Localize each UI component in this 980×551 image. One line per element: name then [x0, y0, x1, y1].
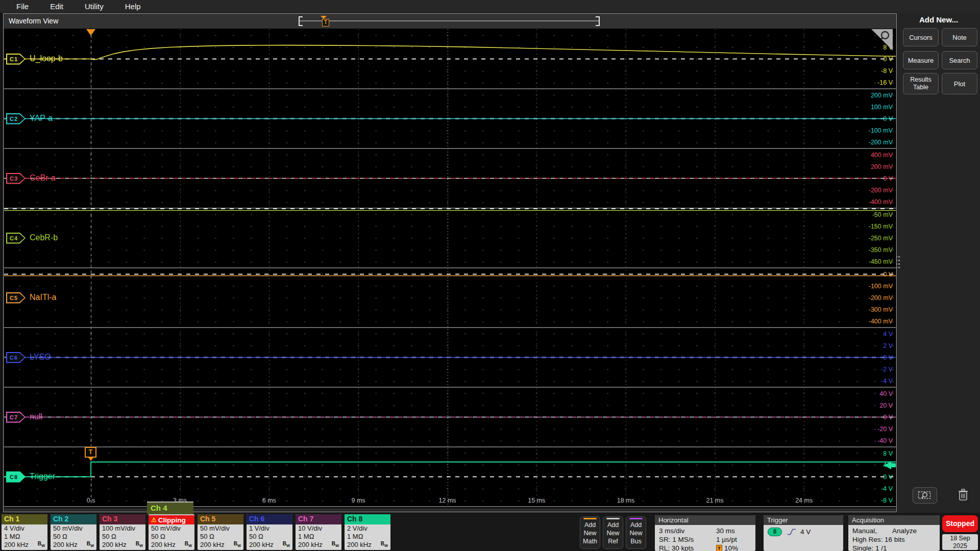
trigger-source-badge: 8	[768, 528, 782, 536]
channel-name-c7[interactable]: null	[30, 412, 42, 421]
horizontal-scale: 3 ms/div	[659, 527, 716, 535]
minimap-track	[300, 20, 599, 21]
zoom-mode-button[interactable]	[913, 487, 937, 504]
bandwidth-row: 200 kHzBW	[247, 541, 292, 549]
trigger-position-icon: T	[716, 545, 722, 551]
channel-badge-c6[interactable]: C6	[6, 352, 26, 363]
bottom-settings-bar: Ch 14 V/div1 MΩ200 kHzBWCh 250 mV/div50 …	[0, 513, 980, 551]
bandwidth-row: 200 kHzBW	[100, 541, 145, 549]
zoom-box-icon	[918, 490, 932, 500]
bandwidth-row: 200 kHzBW	[345, 541, 390, 549]
channel-badge-c4[interactable]: C4	[6, 233, 26, 244]
channel-header-label: Ch 5	[198, 514, 243, 524]
channel-header-label: Ch 3	[100, 514, 145, 524]
horizontal-panel[interactable]: Horizontal 3 ms/div30 ms SR: 1 MS/s1 µs/…	[655, 515, 755, 551]
channel-header-label: Ch 7	[296, 514, 341, 524]
channel-badge-c8[interactable]: C8	[6, 471, 26, 483]
channel-settings-badge-ch4[interactable]: ⚠Clipping50 mV/div50 Ω200 kHzBW	[149, 514, 194, 550]
channel-header-label: Ch 1	[2, 514, 47, 524]
label: New	[580, 529, 600, 537]
label: Math	[580, 537, 600, 545]
ref-accent	[606, 518, 620, 519]
channel-header-label: Ch 6	[247, 514, 292, 524]
oscilloscope-app: File Edit Utility Help Add New... Cursor…	[0, 0, 980, 551]
vertical-scale-value: 50 mV/div	[149, 524, 194, 533]
add-new-title: Add New...	[899, 15, 978, 24]
vertical-scale-value: 1 V/div	[247, 524, 292, 533]
cursors-button[interactable]: Cursors	[903, 28, 939, 46]
channel-name-c4[interactable]: CebR-b	[30, 233, 58, 242]
label: Add	[626, 521, 646, 529]
channel-badge-c7[interactable]: C7	[6, 412, 26, 423]
channel-name-c8[interactable]: Trigger	[30, 472, 55, 481]
menu-edit[interactable]: Edit	[50, 2, 63, 11]
trigger-panel[interactable]: Trigger 8 4 V	[764, 515, 843, 551]
acquisition-analyze: Analyze	[892, 527, 917, 535]
channel-settings-badge-ch5[interactable]: Ch 550 mV/div50 Ω200 kHzBW	[198, 514, 243, 550]
clipping-label: Clipping	[158, 516, 186, 524]
horizontal-window: 30 ms	[716, 527, 735, 535]
date-time-display: 18 Sep 2025 17:29:38	[942, 534, 978, 550]
channel-settings-badge-ch2[interactable]: Ch 250 mV/div50 Ω200 kHzBW	[51, 514, 96, 550]
channel-badge-c5[interactable]: C5	[6, 292, 26, 304]
channel-name-c6[interactable]: LYSO	[30, 353, 51, 362]
channel-settings-badge-ch3[interactable]: Ch 3100 mV/div50 Ω200 kHzBW	[100, 514, 145, 550]
menu-utility[interactable]: Utility	[85, 2, 104, 11]
horizontal-panel-title: Horizontal	[655, 515, 755, 525]
bandwidth-row: 200 kHzBW	[51, 541, 96, 549]
menu-bar: File Edit Utility Help	[0, 0, 980, 13]
results-table-button[interactable]: Results Table	[903, 73, 939, 94]
trace-c8	[4, 462, 896, 477]
channel-settings-badge-ch8[interactable]: Ch 82 V/div1 MΩ200 kHzBW	[345, 514, 390, 550]
bandwidth-value: 200 kHz	[151, 541, 176, 549]
record-length: RL: 30 kpts	[659, 544, 716, 551]
bandwidth-row: 200 kHzBW	[296, 541, 341, 549]
date: 18 Sep 2025	[942, 535, 978, 549]
trash-icon	[958, 489, 968, 501]
channel-badge-c3[interactable]: C3	[6, 173, 26, 184]
waveform-traces	[4, 29, 896, 508]
channel-badge-c1[interactable]: C1	[6, 54, 26, 65]
channel-name-c3[interactable]: CeBr-a	[30, 173, 56, 183]
bandwidth-row: 200 kHzBW	[149, 541, 194, 549]
trigger-time-badge[interactable]: T	[85, 447, 96, 458]
channel-settings-badge-ch6[interactable]: Ch 61 V/div50 Ω200 kHzBW	[247, 514, 292, 550]
bandwidth-value: 200 kHz	[200, 541, 225, 549]
horizontal-position-minimap[interactable]: T	[299, 16, 600, 27]
menu-file[interactable]: File	[16, 2, 29, 11]
label: Add	[603, 521, 623, 529]
run-stop-status[interactable]: Stopped	[942, 515, 978, 532]
minimap-trigger-marker[interactable]: T	[322, 19, 329, 27]
bandwidth-value: 200 kHz	[298, 541, 323, 549]
plot-button[interactable]: Plot	[942, 73, 977, 94]
channel-settings-badge-ch7[interactable]: Ch 710 V/div1 MΩ200 kHzBW	[296, 514, 341, 550]
channel-name-c1[interactable]: U_loop-b	[30, 54, 63, 63]
vertical-scale-value: 50 mV/div	[198, 524, 243, 533]
note-button[interactable]: Note	[942, 28, 977, 46]
trigger-panel-title: Trigger	[764, 515, 843, 525]
menu-help[interactable]: Help	[125, 2, 141, 11]
bandwidth-limit-icon: BW	[87, 540, 94, 550]
label: Add	[580, 521, 600, 529]
warning-icon: ⚠	[151, 516, 157, 523]
bandwidth-limit-icon: BW	[185, 540, 192, 550]
add-new-ref-button[interactable]: Add New Ref	[603, 516, 623, 549]
add-new-math-button[interactable]: Add New Math	[580, 516, 600, 549]
acquisition-panel[interactable]: Acquisition Manual,Analyze High Res: 16 …	[848, 515, 940, 551]
channel-badge-c2[interactable]: C2	[6, 113, 26, 124]
delete-all-button[interactable]	[952, 486, 974, 504]
waveform-plot-area[interactable]: T 0 s3 ms6 ms9 ms12 ms15 ms18 ms21 ms24 …	[4, 29, 896, 508]
search-button[interactable]: Search	[942, 51, 977, 69]
trigger-level-arrow-icon[interactable]	[884, 461, 891, 469]
channel-name-c2[interactable]: YAP-a	[30, 114, 53, 123]
label: Ref	[603, 537, 623, 545]
add-new-bus-button[interactable]: Add New Bus	[626, 516, 646, 549]
bandwidth-value: 200 kHz	[4, 541, 29, 549]
channel-name-c5[interactable]: NaITl-a	[30, 293, 56, 302]
channel-settings-badge-ch1[interactable]: Ch 14 V/div1 MΩ200 kHzBW	[2, 514, 47, 550]
sample-rate: SR: 1 MS/s	[659, 535, 716, 544]
vertical-scale-value: 4 V/div	[2, 524, 47, 533]
measure-button[interactable]: Measure	[903, 51, 939, 69]
vertical-scale-value: 10 V/div	[296, 524, 341, 533]
channel-header-label: Ch 2	[51, 514, 96, 524]
